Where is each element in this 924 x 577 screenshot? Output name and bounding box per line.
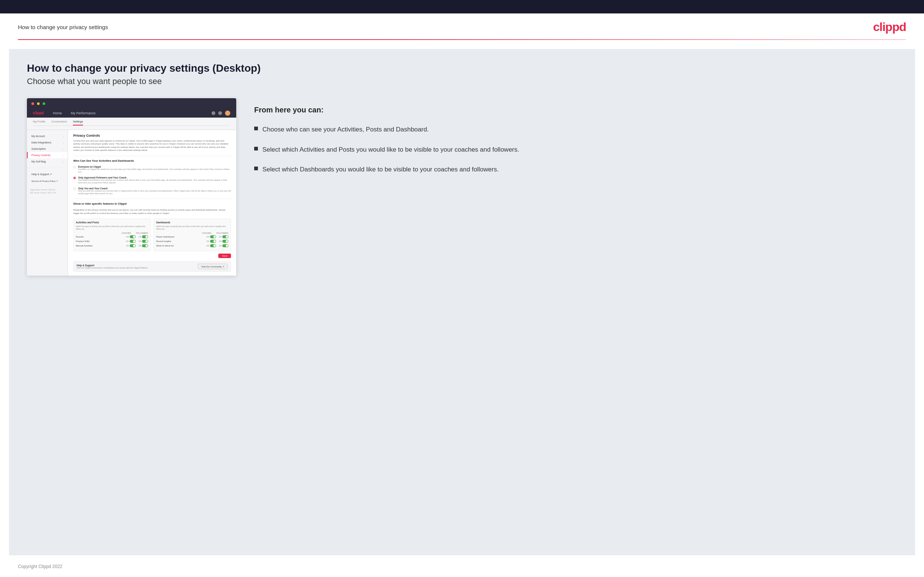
mock-dashboards-col: Dashboards Select the types of activity … — [153, 219, 231, 251]
mock-logo: clippd — [33, 111, 44, 115]
mock-sidebar-privacy: Privacy Controls › — [27, 152, 68, 158]
mock-topbar — [27, 98, 236, 109]
header-divider — [18, 39, 906, 40]
mock-sidebar-help: Help & Support ↗ — [27, 171, 68, 178]
mock-sidebar-account: My Account › — [27, 133, 68, 139]
mock-practice-row: Practice Drills ON ON — [76, 240, 148, 243]
mock-radio-2 — [73, 177, 76, 179]
bullet-item-2: Select which Activities and Posts you wo… — [254, 145, 897, 155]
mock-nav-home: Home — [53, 111, 62, 115]
bullet-list: Choose who can see your Activities, Post… — [254, 125, 897, 174]
mock-sidebar-data: Data Integrations › — [27, 139, 68, 146]
mock-features: Activities and Posts Select the types of… — [73, 219, 231, 251]
mock-radio-group: Everyone on Clippd Everyone on Clippd ca… — [73, 166, 231, 195]
mock-radio-coach-only: Only You and Your Coach Only you and the… — [73, 187, 231, 195]
two-column-layout: clippd Home My Performance My Profile Co… — [27, 98, 897, 276]
mock-sidebar-divider — [27, 168, 68, 168]
mock-who-can-see-title: Who Can See Your Activities and Dashboar… — [73, 159, 231, 163]
mock-radio-everyone: Everyone on Clippd Everyone on Clippd ca… — [73, 166, 231, 173]
bullet-square-2 — [254, 147, 258, 150]
mock-divider-2 — [73, 199, 231, 199]
bullet-text-2: Select which Activities and Posts you wo… — [262, 145, 519, 155]
screenshot-mockup: clippd Home My Performance My Profile Co… — [27, 98, 236, 276]
mock-user-icon — [218, 111, 222, 115]
mock-nav-performance: My Performance — [71, 111, 95, 115]
mock-help-section: Help & Support Visit our Clippd communit… — [73, 261, 231, 272]
mock-activities-col: Activities and Posts Select the types of… — [73, 219, 151, 251]
mock-privacy-title: Privacy Controls — [73, 134, 231, 137]
mock-save-row: Save — [73, 253, 231, 258]
mock-main-area: Privacy Controls Control how you and you… — [68, 130, 236, 276]
mock-radio-1 — [73, 166, 76, 168]
page-heading: How to change your privacy settings (Des… — [27, 62, 897, 74]
bullet-square-3 — [254, 166, 258, 170]
mock-version: Clippd Client Version: 2022.8.2SQL Serve… — [27, 189, 68, 194]
mock-sidebar-golfbag: My Golf Bag › — [27, 158, 68, 165]
screenshot-frame: clippd Home My Performance My Profile Co… — [27, 98, 236, 276]
top-bar — [0, 0, 924, 13]
mock-divider-1 — [73, 156, 231, 156]
mock-save-button[interactable]: Save — [218, 253, 231, 258]
right-panel: From here you can: Choose who can see yo… — [254, 98, 897, 174]
mock-tabs: My Profile Connections Settings — [33, 120, 230, 126]
mock-search-icon — [212, 111, 215, 115]
mock-sidebar-subscription: Subscription › — [27, 146, 68, 152]
right-panel-title: From here you can: — [254, 106, 897, 114]
logo: clippd — [873, 20, 906, 34]
mock-show-hide-title: Show or hide specific features in Clippd — [73, 202, 231, 205]
header: How to change your privacy settings clip… — [0, 13, 924, 39]
mock-what-to-work-row: What To Work On ON ON — [156, 244, 228, 247]
mock-player-dash-row: Player Dashboard ON ON — [156, 235, 228, 238]
page-subheading: Choose what you want people to see — [27, 77, 897, 86]
footer-copyright: Copyright Clippd 2022 — [18, 564, 62, 569]
mock-body: My Account › Data Integrations › Subscri… — [27, 130, 236, 276]
mock-avatar — [225, 111, 230, 116]
bullet-text-1: Choose who can see your Activities, Post… — [262, 125, 429, 134]
mock-nav-icons — [212, 111, 230, 116]
mock-navigation: clippd Home My Performance — [27, 109, 236, 118]
mock-rounds-row: Rounds ON ON — [76, 235, 148, 238]
mock-radio-followers: Only Approved Followers and Your Coach O… — [73, 176, 231, 184]
mock-sidebar: My Account › Data Integrations › Subscri… — [27, 130, 68, 276]
bullet-item-1: Choose who can see your Activities, Post… — [254, 125, 897, 134]
mock-visit-community-button[interactable]: Visit Our Community ↗ — [198, 264, 228, 269]
mock-tabs-container: My Profile Connections Settings — [27, 118, 236, 130]
header-title: How to change your privacy settings — [18, 24, 108, 30]
mock-show-hide-desc: Regardless of the privacy controls that … — [73, 208, 231, 215]
mock-radio-3 — [73, 187, 76, 190]
mock-tab-settings: Settings — [73, 120, 83, 126]
bullet-text-3: Select which Dashboards you would like t… — [262, 165, 499, 174]
mock-sidebar-service: Service & Privacy Policy ↗ — [27, 178, 68, 184]
bullet-item-3: Select which Dashboards you would like t… — [254, 165, 897, 174]
mock-tab-connections: Connections — [51, 120, 67, 126]
main-content: How to change your privacy settings (Des… — [9, 49, 915, 555]
bullet-square-1 — [254, 127, 258, 131]
mock-tab-profile: My Profile — [33, 120, 45, 126]
footer: Copyright Clippd 2022 — [0, 555, 924, 577]
mock-privacy-desc: Control how you and your data appears to… — [73, 139, 231, 152]
mock-manual-row: Manual Activities ON ON — [76, 244, 148, 247]
mock-round-insights-row: Round Insights ON ON — [156, 240, 228, 243]
